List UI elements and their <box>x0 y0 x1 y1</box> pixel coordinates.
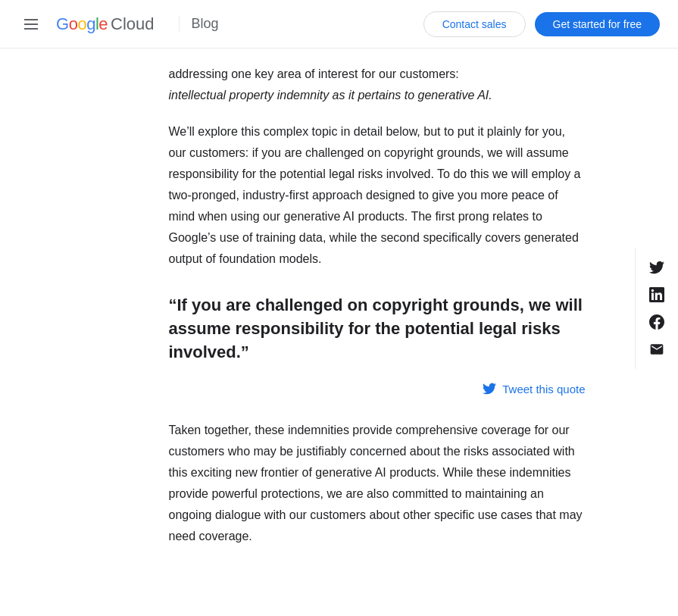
cloud-logo-text: Cloud <box>111 14 154 34</box>
header-left: Google Cloud Blog <box>18 13 423 36</box>
social-sidebar <box>635 248 678 369</box>
article-content: addressing one key area of interest for … <box>63 48 616 593</box>
body-paragraph: We’ll explore this complex topic in deta… <box>169 121 586 270</box>
blockquote-text: “If you are challenged on copyright grou… <box>169 294 586 364</box>
blockquote-section: “If you are challenged on copyright grou… <box>169 294 586 396</box>
closing-paragraph: Taken together, these indemnities provid… <box>169 420 586 547</box>
tweet-quote-button[interactable]: Tweet this quote <box>169 382 586 396</box>
facebook-share-icon[interactable] <box>643 308 670 336</box>
header-right: Contact sales Get started for free <box>423 11 660 37</box>
tweet-quote-label: Tweet this quote <box>502 383 585 396</box>
intro-text: addressing one key area of interest for … <box>169 67 459 80</box>
google-logo-text: Google <box>56 14 108 34</box>
hamburger-icon[interactable] <box>18 13 44 36</box>
linkedin-share-icon[interactable] <box>643 281 670 308</box>
intro-paragraph: addressing one key area of interest for … <box>169 64 586 106</box>
tweet-bird-icon <box>483 382 496 396</box>
email-share-icon[interactable] <box>643 336 670 363</box>
twitter-share-icon[interactable] <box>643 254 670 281</box>
contact-sales-button[interactable]: Contact sales <box>423 11 526 37</box>
google-cloud-logo[interactable]: Google Cloud <box>56 14 155 34</box>
main-container: addressing one key area of interest for … <box>0 48 678 593</box>
get-started-button[interactable]: Get started for free <box>535 12 661 36</box>
site-header: Google Cloud Blog Contact sales Get star… <box>0 0 678 48</box>
intro-italic: intellectual property indemnity as it pe… <box>169 89 492 102</box>
blog-label: Blog <box>179 16 219 32</box>
